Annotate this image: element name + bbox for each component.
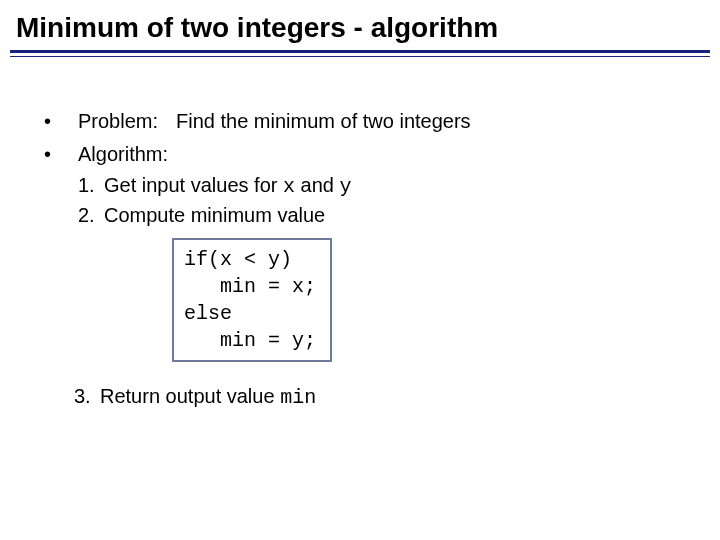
- algorithm-steps: 1. Get input values for x and y 2. Compu…: [78, 171, 680, 230]
- step-1-text: Get input values for x and y: [104, 171, 352, 201]
- step-2: 2. Compute minimum value: [78, 201, 680, 230]
- bullet-dot-icon: •: [40, 107, 78, 136]
- step-2-text: Compute minimum value: [104, 201, 325, 230]
- bullet-algorithm: • Algorithm: 1. Get input values for x a…: [40, 140, 680, 230]
- code-box: if(x < y) min = x; else min = y;: [172, 238, 332, 362]
- title-underline: [10, 50, 710, 57]
- algorithm-label: Algorithm:: [78, 140, 168, 169]
- step-3: 3. Return output value min: [74, 382, 680, 412]
- bullet-problem-body: Problem:Find the minimum of two integers: [78, 107, 680, 136]
- bullet-algorithm-body: Algorithm: 1. Get input values for x and…: [78, 140, 680, 230]
- step-1-code-x: x: [283, 175, 295, 198]
- slide: Minimum of two integers - algorithm • Pr…: [0, 0, 720, 540]
- slide-title: Minimum of two integers - algorithm: [0, 0, 720, 50]
- step-2-number: 2.: [78, 201, 104, 230]
- problem-text: Find the minimum of two integers: [176, 110, 471, 132]
- step-3-code-min: min: [280, 386, 316, 409]
- step-1-number: 1.: [78, 171, 104, 200]
- slide-content: • Problem:Find the minimum of two intege…: [0, 57, 720, 412]
- step-1: 1. Get input values for x and y: [78, 171, 680, 201]
- step-3-number: 3.: [74, 382, 100, 412]
- step-3-pre: Return output value: [100, 385, 280, 407]
- step-1-code-y: y: [339, 175, 351, 198]
- step-3-text: Return output value min: [100, 382, 316, 412]
- step-1-pre: Get input values for: [104, 174, 283, 196]
- step-1-mid: and: [295, 174, 339, 196]
- bullet-problem: • Problem:Find the minimum of two intege…: [40, 107, 680, 136]
- bullet-dot-icon: •: [40, 140, 78, 169]
- problem-label: Problem:: [78, 107, 158, 136]
